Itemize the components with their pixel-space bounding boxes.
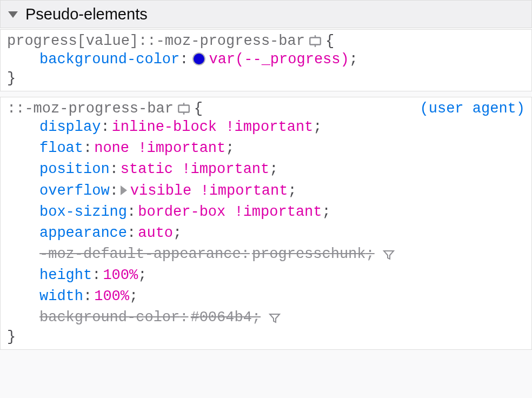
css-value[interactable]: 100% (103, 265, 138, 286)
selector-line: progress[value]::-moz-progress-bar { (7, 33, 525, 49)
css-property[interactable]: background-color (39, 49, 179, 70)
css-declaration[interactable]: width: 100%; (39, 286, 525, 307)
rules-panel: Pseudo-elements progress[value]::-moz-pr… (0, 0, 532, 350)
colon: : (110, 181, 118, 202)
svg-rect-5 (178, 105, 189, 112)
open-brace: { (194, 101, 203, 117)
css-declaration[interactable]: overflow: visible !important; (39, 181, 525, 202)
css-value[interactable]: border-box !important (138, 202, 322, 223)
css-property[interactable]: float (39, 138, 83, 159)
css-property[interactable]: background-color (39, 307, 179, 328)
semicolon: ; (225, 138, 234, 159)
filter-icon[interactable] (382, 248, 395, 261)
css-value[interactable]: var(--_progress) (209, 49, 349, 70)
css-selector[interactable]: ::-moz-progress-bar (7, 101, 174, 117)
chevron-down-icon (8, 11, 18, 18)
css-declaration[interactable]: background-color: var(--_progress); (39, 49, 525, 70)
open-brace: { (325, 33, 334, 49)
colon: : (127, 223, 136, 244)
css-declaration[interactable]: float: none !important; (39, 138, 525, 159)
filter-icon[interactable] (268, 311, 281, 324)
css-declaration[interactable]: box-sizing: border-box !important; (39, 202, 525, 223)
css-value[interactable]: auto (138, 223, 173, 244)
colon: : (83, 138, 92, 159)
rule-source-link[interactable]: (user agent) (420, 101, 525, 117)
expand-shorthand-icon[interactable] (121, 185, 127, 195)
semicolon: ; (366, 244, 375, 265)
css-value[interactable]: #0064b4 (190, 307, 251, 328)
semicolon: ; (269, 159, 278, 180)
css-property[interactable]: height (39, 265, 92, 286)
css-property[interactable]: -moz-default-appearance (39, 244, 241, 265)
css-selector[interactable]: progress[value]::-moz-progress-bar (7, 33, 305, 49)
colon: : (110, 159, 118, 180)
semicolon: ; (349, 49, 358, 70)
semicolon: ; (313, 117, 322, 138)
rule-block: ::-moz-progress-bar { (user agent) displ… (0, 97, 532, 349)
css-property[interactable]: display (39, 117, 101, 138)
css-property[interactable]: box-sizing (39, 202, 127, 223)
semicolon: ; (129, 286, 138, 307)
selector-highlighter-icon[interactable] (308, 34, 322, 48)
selector-highlighter-icon[interactable] (177, 102, 191, 116)
css-value[interactable]: static !important (121, 159, 269, 180)
css-property[interactable]: overflow (39, 181, 110, 202)
colon: : (179, 307, 188, 328)
semicolon: ; (173, 223, 182, 244)
colon: : (179, 49, 188, 70)
semicolon: ; (252, 307, 261, 328)
css-value[interactable]: 100% (94, 286, 129, 307)
section-title: Pseudo-elements (25, 5, 148, 23)
pseudo-elements-header[interactable]: Pseudo-elements (0, 0, 532, 28)
css-declaration[interactable]: background-color: #0064b4; (39, 307, 525, 328)
svg-rect-0 (310, 38, 321, 45)
css-declaration[interactable]: appearance: auto; (39, 223, 525, 244)
close-brace: } (7, 70, 525, 87)
css-value[interactable]: inline-block !important (112, 117, 314, 138)
colon: : (83, 286, 92, 307)
colon: : (101, 117, 109, 138)
css-declaration[interactable]: position: static !important; (39, 159, 525, 180)
declaration-block: display: inline-block !important;float: … (7, 117, 525, 328)
declaration-block: background-color: var(--_progress); (7, 49, 525, 70)
css-declaration[interactable]: height: 100%; (39, 265, 525, 286)
semicolon: ; (138, 265, 147, 286)
colon: : (241, 244, 250, 265)
css-property[interactable]: width (39, 286, 83, 307)
semicolon: ; (288, 181, 296, 202)
css-value[interactable]: none !important (94, 138, 225, 159)
rule-block: progress[value]::-moz-progress-bar { bac… (0, 29, 532, 91)
close-brace: } (7, 329, 525, 345)
css-property[interactable]: position (39, 159, 110, 180)
css-property[interactable]: appearance (39, 223, 127, 244)
color-swatch[interactable] (192, 52, 205, 65)
colon: : (92, 265, 101, 286)
css-value[interactable]: progresschunk (252, 244, 366, 265)
css-declaration[interactable]: display: inline-block !important; (39, 117, 525, 138)
semicolon: ; (322, 202, 331, 223)
colon: : (127, 202, 136, 223)
css-value[interactable]: visible !important (130, 181, 288, 202)
css-declaration[interactable]: -moz-default-appearance: progresschunk; (39, 244, 525, 265)
selector-line: ::-moz-progress-bar { (user agent) (7, 101, 525, 117)
